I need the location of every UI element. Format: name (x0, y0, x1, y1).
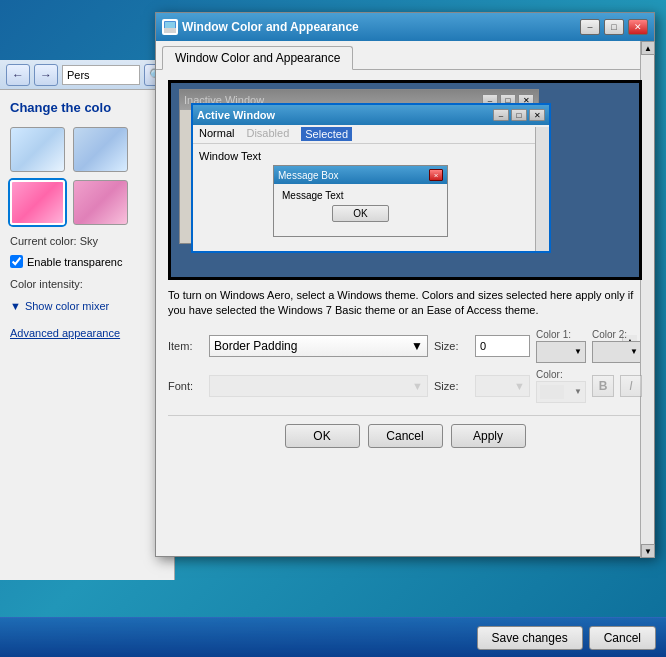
preview-scrollbar (535, 127, 549, 251)
taskbar: Save changes Cancel (0, 617, 666, 657)
msg-titlebar: Message Box × (274, 166, 447, 184)
msg-body: Message Text OK (274, 184, 447, 236)
msg-ok-button[interactable]: OK (332, 205, 388, 222)
dialog-content: Inactive Window – □ ✕ Active Window – □ … (156, 70, 654, 458)
show-color-mixer-row[interactable]: ▼ Show color mixer (10, 300, 164, 312)
ok-button[interactable]: OK (285, 424, 360, 448)
nav-bar: ← → Pers 🔍 (0, 60, 174, 90)
transparency-label: Enable transparenc (27, 256, 122, 268)
taskbar-cancel-button[interactable]: Cancel (589, 626, 656, 650)
item-size-color-row: Item: Border Padding ▼ Size: ▲ ▼ Color 1… (168, 329, 642, 363)
dialog-titlebar: Window Color and Appearance – □ ✕ (156, 13, 654, 41)
window-text-label: Window Text (199, 150, 261, 162)
color-swatch-1[interactable] (10, 127, 65, 172)
tab-window-color[interactable]: Window Color and Appearance (162, 46, 353, 70)
cancel-button[interactable]: Cancel (368, 424, 443, 448)
window-color-dialog: Window Color and Appearance – □ ✕ ▲ ▼ Wi… (155, 12, 655, 557)
color-swatch-3[interactable] (10, 180, 65, 225)
active-window-title: Active Window (197, 109, 491, 121)
font-color-label: Color: (536, 369, 563, 380)
current-color-display: Current color: Sky (10, 235, 164, 247)
item-dropdown[interactable]: Border Padding ▼ (209, 335, 428, 357)
back-button[interactable]: ← (6, 64, 30, 86)
color-swatches-container (10, 127, 164, 225)
item-dropdown-value: Border Padding (214, 339, 297, 353)
transparency-checkbox[interactable] (10, 255, 23, 268)
msg-close-btn: × (429, 169, 443, 181)
color2-label: Color 2: (592, 329, 627, 340)
color1-label: Color 1: (536, 329, 571, 340)
swatch-row-1 (10, 127, 164, 172)
panel-content: Change the colo Current color: Sky Enabl… (0, 90, 174, 349)
scroll-down-button[interactable]: ▼ (641, 544, 655, 558)
color-swatch-4[interactable] (73, 180, 128, 225)
font-color-swatch (540, 385, 564, 399)
preview-area: Inactive Window – □ ✕ Active Window – □ … (168, 80, 642, 280)
dialog-scrollbar[interactable]: ▲ ▼ (640, 41, 654, 558)
menu-item-normal: Normal (199, 127, 234, 141)
maximize-button[interactable]: □ (604, 19, 624, 35)
item-dropdown-arrow: ▼ (411, 339, 423, 353)
color-intensity-label: Color intensity: (10, 278, 164, 290)
color2-swatch (596, 345, 620, 359)
change-color-heading: Change the colo (10, 100, 164, 115)
dialog-buttons: OK Cancel Apply (168, 415, 642, 448)
address-text: Pers (67, 69, 90, 81)
minimize-button[interactable]: – (580, 19, 600, 35)
personalization-panel: ← → Pers 🔍 Change the colo Current color… (0, 60, 175, 580)
message-text: Message Text (282, 190, 439, 201)
color1-swatch (540, 345, 564, 359)
dialog-tabs: Window Color and Appearance (156, 41, 654, 70)
forward-button[interactable]: → (34, 64, 58, 86)
active-window-preview: Active Window – □ ✕ Normal Disabled Sele… (191, 103, 551, 253)
address-bar[interactable]: Pers (62, 65, 140, 85)
font-size-dropdown: ▼ (475, 375, 530, 397)
scroll-up-button[interactable]: ▲ (641, 41, 655, 55)
active-max-btn: □ (511, 109, 527, 121)
save-changes-button[interactable]: Save changes (477, 626, 583, 650)
italic-button: I (620, 375, 642, 397)
font-dropdown: ▼ (209, 375, 428, 397)
bold-button: B (592, 375, 614, 397)
dialog-icon (162, 19, 178, 35)
swatch-row-2 (10, 180, 164, 225)
color1-dropdown[interactable]: ▼ (536, 341, 586, 363)
font-size-label: Size: (434, 380, 469, 392)
menu-item-selected: Selected (301, 127, 352, 141)
active-window-menu: Normal Disabled Selected (193, 125, 549, 144)
preview-inner: Inactive Window – □ ✕ Active Window – □ … (171, 83, 639, 277)
message-box-preview: Message Box × Message Text OK (273, 165, 448, 237)
font-row: Font: ▼ Size: ▼ Color: ▼ B I (168, 369, 642, 403)
svg-rect-1 (165, 22, 175, 28)
advanced-appearance-link[interactable]: Advanced appearance (10, 327, 164, 339)
menu-item-disabled: Disabled (246, 127, 289, 141)
font-color-dropdown: ▼ (536, 381, 586, 403)
size-input-wrap: ▲ ▼ (475, 335, 530, 357)
svg-rect-2 (164, 28, 176, 33)
item-label: Item: (168, 340, 203, 352)
active-min-btn: – (493, 109, 509, 121)
enable-transparency-row: Enable transparenc (10, 255, 164, 268)
msg-title-text: Message Box (278, 170, 429, 181)
dialog-title: Window Color and Appearance (182, 20, 576, 34)
active-close-btn: ✕ (529, 109, 545, 121)
active-titlebar: Active Window – □ ✕ (193, 105, 549, 125)
color2-arrow: ▼ (630, 347, 638, 356)
color2-dropdown[interactable]: ▼ (592, 341, 642, 363)
apply-button[interactable]: Apply (451, 424, 526, 448)
color-swatch-2[interactable] (73, 127, 128, 172)
color1-arrow: ▼ (574, 347, 582, 356)
close-button[interactable]: ✕ (628, 19, 648, 35)
size-label: Size: (434, 340, 469, 352)
font-label: Font: (168, 380, 203, 392)
info-text: To turn on Windows Aero, select a Window… (168, 288, 642, 319)
